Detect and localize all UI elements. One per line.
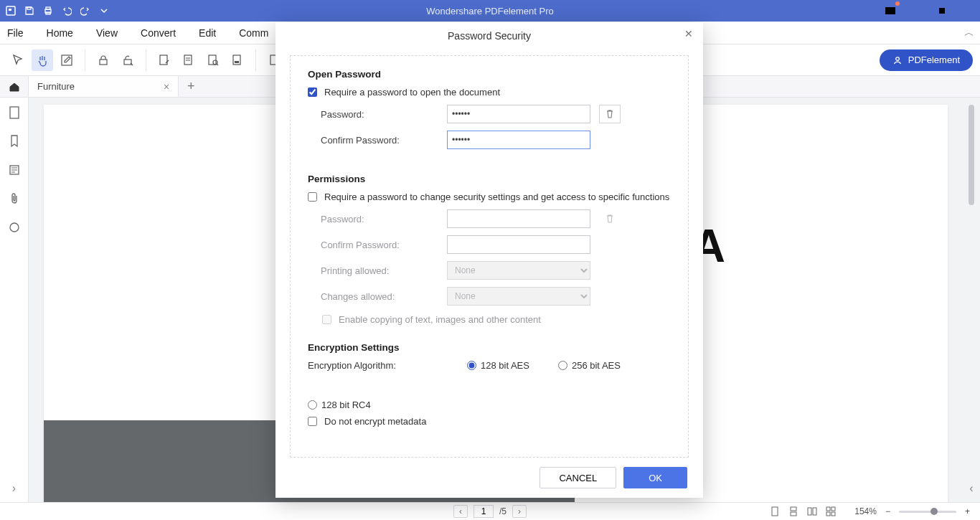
attachments-icon[interactable]	[6, 191, 22, 207]
maximize-button[interactable]	[934, 3, 950, 19]
app-logo-icon[interactable]	[4, 4, 17, 17]
vertical-scrollbar[interactable]	[969, 105, 974, 205]
enable-copy-label: Enable copying of text, images and other…	[339, 314, 541, 325]
svg-rect-25	[813, 508, 816, 515]
bookmarks-icon[interactable]	[6, 133, 22, 149]
redact-doc-icon[interactable]	[178, 49, 199, 71]
total-pages-label: /5	[499, 506, 507, 516]
expand-right-icon[interactable]: ‹	[969, 482, 973, 495]
printing-allowed-select: None	[447, 261, 590, 280]
print-icon[interactable]	[42, 4, 55, 17]
edit-text-icon[interactable]	[56, 49, 77, 71]
zoom-out-button[interactable]: −	[882, 506, 893, 516]
prev-page-button[interactable]: ‹	[453, 505, 468, 518]
current-page-input[interactable]	[473, 505, 494, 518]
lock-icon[interactable]	[93, 49, 114, 71]
require-permission-password-checkbox[interactable]	[308, 192, 317, 202]
open-confirm-password-label: Confirm Password:	[321, 135, 447, 146]
perm-password-label: Password:	[321, 214, 447, 224]
redo-icon[interactable]	[79, 4, 92, 17]
scroll-gutter: ‹	[963, 98, 980, 502]
ribbon-group-select	[7, 49, 85, 71]
hand-pan-icon[interactable]	[32, 49, 53, 71]
select-arrow-icon[interactable]	[7, 49, 29, 71]
thumbnails-icon[interactable]	[6, 105, 22, 120]
single-page-view-icon[interactable]	[768, 505, 781, 518]
svg-rect-29	[831, 512, 835, 516]
algo-256-aes-radio[interactable]: 256 bit AES	[558, 360, 621, 371]
tab-close-icon[interactable]: ×	[164, 81, 169, 93]
no-encrypt-metadata-checkbox[interactable]	[308, 417, 317, 426]
svg-rect-27	[831, 507, 835, 511]
titlebar-left	[4, 4, 110, 17]
dialog-title: Password Security	[448, 30, 531, 42]
expand-left-icon[interactable]: ›	[12, 482, 16, 495]
open-password-input[interactable]	[447, 105, 590, 123]
account-button-label: PDFelement	[908, 55, 960, 65]
continuous-view-icon[interactable]	[787, 505, 800, 518]
algo-128-rc4-radio[interactable]: 128 bit RC4	[308, 400, 371, 410]
home-tab-icon[interactable]	[0, 76, 29, 97]
encryption-heading: Encryption Settings	[308, 342, 671, 353]
algo-128-aes-radio[interactable]: 128 bit AES	[467, 360, 529, 371]
search-doc-icon[interactable]	[202, 49, 224, 71]
menu-edit[interactable]: Edit	[197, 24, 217, 42]
open-password-label: Password:	[321, 109, 447, 120]
statusbar: ‹ /5 › 154% − +	[0, 502, 980, 520]
apply-doc-icon[interactable]	[227, 49, 248, 71]
svg-rect-9	[124, 60, 131, 65]
annotations-icon[interactable]	[6, 162, 22, 178]
svg-point-20	[10, 223, 19, 232]
notification-dot-icon	[895, 1, 900, 6]
unlock-icon[interactable]	[117, 49, 138, 71]
dialog-body: Open Password Require a password to open…	[290, 55, 689, 458]
changes-allowed-label: Changes allowed:	[321, 291, 447, 302]
page-navigator: ‹ /5 ›	[453, 505, 527, 518]
two-page-view-icon[interactable]	[806, 505, 819, 518]
save-icon[interactable]	[23, 4, 36, 17]
svg-rect-21	[772, 507, 778, 516]
clear-open-password-icon[interactable]	[599, 105, 621, 123]
app-title: Wondershare PDFelement Pro	[426, 6, 554, 16]
cancel-button[interactable]: CANCEL	[540, 467, 616, 488]
side-panel: ›	[0, 98, 29, 502]
zoom-in-button[interactable]: +	[962, 506, 973, 516]
svg-rect-18	[10, 107, 19, 118]
open-confirm-password-input[interactable]	[447, 131, 590, 149]
menu-home[interactable]: Home	[45, 24, 75, 42]
no-encrypt-metadata-label: Do not encrypt metadata	[324, 416, 426, 427]
dialog-close-icon[interactable]: ✕	[684, 28, 693, 39]
menu-file[interactable]: File	[6, 24, 25, 42]
zoom-slider-thumb[interactable]	[930, 508, 938, 515]
comments-icon[interactable]	[6, 219, 22, 235]
svg-point-17	[895, 57, 899, 60]
svg-rect-8	[100, 60, 107, 65]
perm-confirm-password-label: Confirm Password:	[321, 240, 447, 250]
dialog-header: Password Security ✕	[275, 22, 703, 49]
caret-down-icon[interactable]	[98, 4, 110, 17]
new-tab-button[interactable]: +	[179, 76, 203, 97]
menu-convert[interactable]: Convert	[139, 24, 177, 42]
menu-comment[interactable]: Comm	[237, 24, 270, 42]
ribbon-group-protect	[93, 49, 146, 71]
require-open-password-checkbox[interactable]	[308, 88, 317, 97]
statusbar-right: 154% − +	[768, 505, 973, 518]
svg-rect-22	[791, 507, 796, 511]
account-button[interactable]: PDFelement	[880, 49, 973, 71]
sign-doc-icon[interactable]	[154, 49, 175, 71]
minimize-button[interactable]	[908, 3, 924, 19]
close-button[interactable]	[960, 3, 976, 19]
document-tab[interactable]: Furniture ×	[29, 76, 179, 97]
zoom-slider[interactable]	[899, 511, 956, 513]
menu-view[interactable]: View	[95, 24, 119, 42]
mail-icon[interactable]	[882, 3, 898, 19]
next-page-button[interactable]: ›	[512, 505, 527, 518]
zoom-label: 154%	[854, 506, 877, 516]
undo-icon[interactable]	[60, 4, 73, 17]
ok-button[interactable]: OK	[623, 467, 687, 488]
collapse-ribbon-icon[interactable]: ︿	[964, 27, 974, 39]
svg-rect-26	[826, 507, 830, 511]
grid-view-icon[interactable]	[824, 505, 837, 518]
password-security-dialog: Password Security ✕ Open Password Requir…	[275, 22, 703, 498]
require-open-password-label: Require a password to open the document	[324, 87, 500, 98]
